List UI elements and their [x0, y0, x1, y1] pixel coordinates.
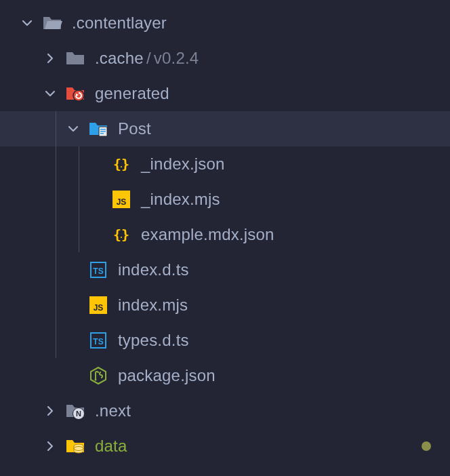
folder-database-icon: [65, 436, 85, 456]
tree-label: index.mjs: [118, 296, 188, 315]
tree-label: Post: [118, 119, 151, 138]
tree-label: .contentlayer: [72, 14, 167, 33]
tree-label: .cache/v0.2.4: [95, 49, 199, 68]
tree-label: package.json: [118, 366, 216, 385]
tree-item-index-json[interactable]: _index.json: [0, 146, 450, 182]
chevron-down-icon[interactable]: [66, 122, 80, 136]
tree-label: generated: [95, 84, 169, 103]
chevron-right-icon[interactable]: [43, 52, 57, 65]
tree-label: data: [95, 437, 127, 456]
tree-item-cache[interactable]: .cache/v0.2.4: [0, 41, 450, 76]
folder-git-icon: [65, 83, 85, 104]
json-icon: [111, 154, 131, 174]
chevron-down-icon[interactable]: [43, 87, 57, 100]
tree-label: types.d.ts: [118, 331, 189, 350]
tree-label: index.d.ts: [118, 260, 189, 279]
tree-item-example-mdx-json[interactable]: example.mdx.json: [0, 217, 450, 252]
tree-item-types-d-ts[interactable]: TS types.d.ts: [0, 323, 450, 358]
tree-label: example.mdx.json: [141, 225, 274, 244]
tree-item-contentlayer[interactable]: .contentlayer: [0, 5, 450, 41]
tree-item-index-mjs[interactable]: JS _index.mjs: [0, 182, 450, 217]
tree-item-post[interactable]: Post: [0, 111, 450, 146]
tree-label: _index.json: [141, 155, 225, 174]
node-icon: [88, 365, 108, 386]
ts-icon: TS: [88, 260, 108, 280]
cache-version: v0.2.4: [154, 49, 199, 67]
tree-item-generated[interactable]: generated: [0, 76, 450, 111]
tree-label: .next: [95, 401, 131, 420]
js-icon: JS: [111, 189, 131, 210]
modified-indicator-icon: [422, 441, 431, 451]
tree-label: _index.mjs: [141, 190, 220, 209]
folder-icon: [65, 48, 85, 68]
js-icon: JS: [88, 295, 108, 315]
tree-item-index-d-ts[interactable]: TS index.d.ts: [0, 252, 450, 287]
tree-item-next[interactable]: .next: [0, 393, 450, 429]
folder-doc-icon: [88, 119, 108, 139]
tree-item-package-json[interactable]: package.json: [0, 358, 450, 393]
chevron-right-icon[interactable]: [43, 404, 57, 418]
path-sep: /: [146, 49, 151, 67]
ts-icon: TS: [88, 330, 108, 351]
file-tree: .contentlayer .cache/v0.2.4 generated Po…: [0, 0, 450, 464]
chevron-down-icon[interactable]: [20, 16, 34, 30]
folder-open-icon: [42, 13, 62, 33]
chevron-right-icon[interactable]: [43, 439, 57, 453]
json-icon: [111, 224, 131, 245]
folder-next-icon: [65, 401, 85, 421]
tree-item-data[interactable]: data: [0, 429, 450, 464]
tree-item-index-mjs2[interactable]: JS index.mjs: [0, 287, 450, 323]
cache-name: .cache: [95, 49, 144, 67]
